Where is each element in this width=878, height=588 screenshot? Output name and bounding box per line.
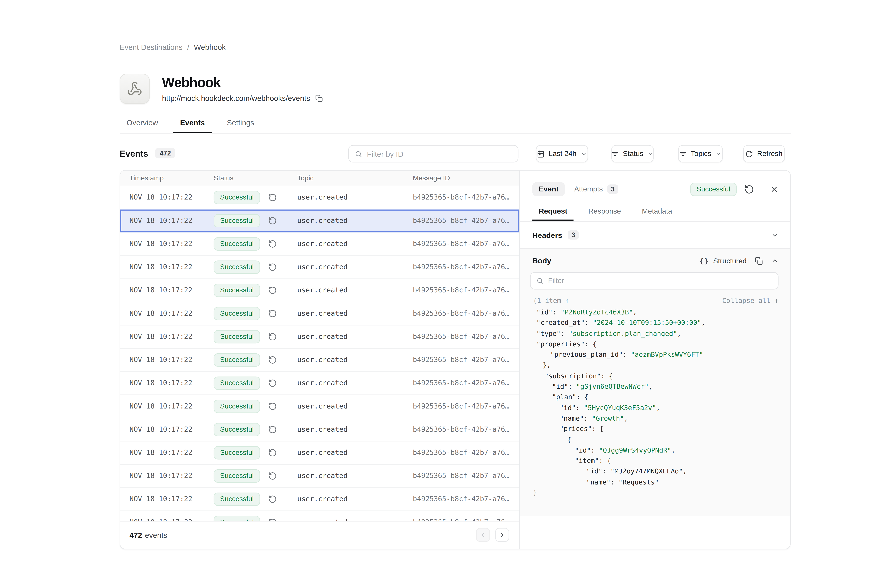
table-row[interactable]: NOV 18 10:17:22Successfuluser.createdb49…: [120, 511, 519, 521]
filter-icon: [679, 150, 687, 158]
retry-icon[interactable]: [268, 425, 278, 434]
table-row[interactable]: NOV 18 10:17:22Successfuluser.createdb49…: [120, 465, 519, 488]
retry-icon[interactable]: [268, 309, 278, 318]
json-line: }: [520, 487, 790, 498]
row-timestamp: NOV 18 10:17:22: [129, 448, 213, 457]
json-line: "id": "gSjvn6eQTBewNWcr",: [520, 381, 790, 392]
date-range-label: Last 24h: [549, 150, 576, 158]
json-line: "plan": {: [520, 392, 790, 402]
json-line: "type": "subscription.plan_changed",: [520, 328, 790, 339]
row-timestamp: NOV 18 10:17:22: [129, 309, 213, 318]
retry-icon[interactable]: [268, 262, 278, 272]
calendar-icon: [537, 150, 544, 158]
tab-request[interactable]: Request: [532, 204, 574, 221]
retry-icon[interactable]: [268, 239, 278, 249]
search-input[interactable]: [367, 149, 512, 158]
topics-filter-button[interactable]: Topics: [678, 145, 723, 162]
row-status-badge: Successful: [214, 492, 260, 506]
row-topic: user.created: [297, 333, 413, 341]
row-message-id: b4925365-b8cf-42b7-a76…: [413, 286, 519, 294]
row-timestamp: NOV 18 10:17:22: [129, 379, 213, 387]
tab-settings[interactable]: Settings: [220, 113, 261, 134]
tab-response[interactable]: Response: [582, 204, 627, 221]
topics-filter-label: Topics: [691, 150, 711, 158]
row-timestamp: NOV 18 10:17:22: [129, 286, 213, 294]
breadcrumb: Event Destinations / Webhook: [120, 43, 226, 52]
panel-tab-attempts[interactable]: Attempts 3: [574, 184, 618, 194]
retry-icon[interactable]: [268, 356, 278, 364]
table-row[interactable]: NOV 18 10:17:22Successfuluser.createdb49…: [120, 186, 519, 209]
retry-icon[interactable]: [268, 402, 278, 411]
table-body: NOV 18 10:17:22Successfuluser.createdb49…: [120, 186, 519, 521]
row-topic: user.created: [297, 263, 413, 271]
retry-icon[interactable]: [268, 286, 278, 295]
filter-by-id-search[interactable]: [349, 145, 519, 162]
prev-page-button[interactable]: [476, 528, 490, 542]
headers-section-toggle[interactable]: Headers 3: [520, 222, 790, 248]
collapse-body-chevron-up-icon[interactable]: [771, 257, 779, 265]
row-status-badge: Successful: [214, 446, 260, 459]
retry-icon[interactable]: [268, 193, 278, 202]
table-row[interactable]: NOV 18 10:17:22Successfuluser.createdb49…: [120, 349, 519, 372]
table-row[interactable]: NOV 18 10:17:22Successfuluser.createdb49…: [120, 418, 519, 441]
search-icon: [537, 277, 543, 284]
headers-label: Headers: [532, 231, 562, 239]
retry-icon[interactable]: [268, 332, 278, 342]
tab-overview[interactable]: Overview: [120, 113, 165, 134]
table-row[interactable]: NOV 18 10:17:22Successfuluser.createdb49…: [120, 395, 519, 418]
table-row[interactable]: NOV 18 10:17:22Successfuluser.createdb49…: [120, 209, 519, 232]
refresh-button[interactable]: Refresh: [743, 145, 785, 162]
row-topic: user.created: [297, 194, 413, 201]
chevron-down-icon: [716, 150, 722, 157]
body-filter-input[interactable]: [548, 277, 772, 285]
table-row[interactable]: NOV 18 10:17:22Successfuluser.createdb49…: [120, 256, 519, 279]
json-item-summary[interactable]: {1 item ↑: [533, 296, 569, 304]
retry-icon[interactable]: [268, 216, 278, 225]
next-page-button[interactable]: [495, 528, 509, 542]
table-row[interactable]: NOV 18 10:17:22Successfuluser.createdb49…: [120, 232, 519, 256]
breadcrumb-event-destinations[interactable]: Event Destinations: [120, 43, 182, 52]
table-row[interactable]: NOV 18 10:17:22Successfuluser.createdb49…: [120, 441, 519, 465]
table-row[interactable]: NOV 18 10:17:22Successfuluser.createdb49…: [120, 302, 519, 326]
body-filter-search[interactable]: [530, 272, 779, 290]
table-row[interactable]: NOV 18 10:17:22Successfuluser.createdb49…: [120, 488, 519, 511]
page-title: Webhook: [162, 75, 323, 90]
destination-url: http://mock.hookdeck.com/webhooks/events: [162, 94, 310, 103]
row-message-id: b4925365-b8cf-42b7-a76…: [413, 333, 519, 341]
tab-metadata[interactable]: Metadata: [636, 204, 678, 221]
row-message-id: b4925365-b8cf-42b7-a76…: [413, 495, 519, 503]
retry-icon[interactable]: [268, 448, 278, 458]
row-timestamp: NOV 18 10:17:22: [129, 194, 213, 201]
json-line: {: [520, 434, 790, 445]
collapse-all-button[interactable]: Collapse all ↑: [722, 296, 779, 304]
date-range-button[interactable]: Last 24h: [536, 145, 588, 162]
json-body-viewer[interactable]: "id": "P2NoRtyZoTc46X3B","created_at": "…: [520, 307, 790, 498]
copy-url-icon[interactable]: [315, 94, 323, 102]
breadcrumb-separator: /: [187, 43, 189, 52]
detail-tabs: Request Response Metadata: [520, 204, 790, 222]
row-timestamp: NOV 18 10:17:22: [129, 518, 213, 521]
structured-view-toggle[interactable]: {} Structured: [699, 257, 746, 265]
retry-icon[interactable]: [268, 378, 278, 388]
row-topic: user.created: [297, 426, 413, 434]
table-row[interactable]: NOV 18 10:17:22Successfuluser.createdb49…: [120, 372, 519, 395]
table-row[interactable]: NOV 18 10:17:22Successfuluser.createdb49…: [120, 279, 519, 302]
close-icon[interactable]: [770, 185, 779, 194]
braces-icon: {}: [699, 257, 709, 265]
retry-icon[interactable]: [268, 518, 278, 521]
row-message-id: b4925365-b8cf-42b7-a76…: [413, 356, 519, 364]
breadcrumb-webhook[interactable]: Webhook: [194, 43, 226, 52]
retry-event-icon[interactable]: [744, 184, 754, 194]
retry-icon[interactable]: [268, 471, 278, 481]
status-filter-label: Status: [623, 150, 643, 158]
table-row[interactable]: NOV 18 10:17:22Successfuluser.createdb49…: [120, 326, 519, 349]
panel-tab-event[interactable]: Event: [532, 182, 565, 196]
row-timestamp: NOV 18 10:17:22: [129, 217, 213, 225]
panel-footer-blank: [520, 516, 790, 549]
row-topic: user.created: [297, 379, 413, 387]
retry-icon[interactable]: [268, 495, 278, 504]
copy-body-icon[interactable]: [755, 257, 763, 265]
tab-events[interactable]: Events: [173, 113, 212, 134]
row-message-id: b4925365-b8cf-42b7-a76…: [413, 518, 519, 521]
status-filter-button[interactable]: Status: [611, 145, 654, 162]
